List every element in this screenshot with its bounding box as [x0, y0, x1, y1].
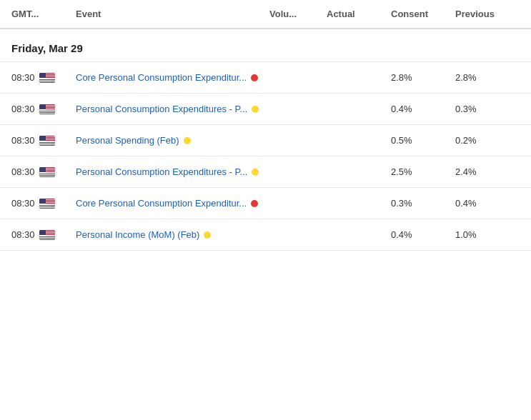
table-row: 08:30 Core Personal Consumption Expendit… [0, 188, 531, 219]
importance-dot-yellow [252, 106, 259, 113]
importance-dot-yellow [204, 231, 211, 239]
previous-cell: 1.0% [455, 229, 520, 240]
previous-cell: 0.3% [455, 104, 520, 114]
time-value: 08:30 [11, 198, 35, 209]
flag-us [39, 73, 55, 83]
event-name: Core Personal Consumption Expenditur... [76, 198, 247, 209]
time-value: 08:30 [11, 104, 35, 114]
header-actual: Actual [327, 9, 391, 19]
consent-cell: 0.5% [391, 135, 455, 146]
importance-dot-red [251, 74, 258, 81]
flag-us [39, 199, 55, 209]
importance-dot-red [251, 200, 258, 207]
header-event: Event [76, 9, 269, 19]
header-previous: Previous [455, 9, 520, 19]
consent-cell: 0.4% [391, 229, 455, 240]
previous-cell: 0.4% [455, 198, 520, 209]
time-cell: 08:30 [11, 229, 76, 240]
event-link[interactable]: Personal Spending (Feb) [76, 135, 269, 146]
previous-cell: 0.2% [455, 135, 520, 146]
event-name: Personal Spending (Feb) [76, 135, 179, 146]
event-name: Core Personal Consumption Expenditur... [76, 72, 247, 83]
event-link[interactable]: Personal Income (MoM) (Feb) [76, 229, 269, 240]
importance-dot-yellow [252, 169, 259, 176]
previous-cell: 2.8% [455, 72, 520, 83]
consent-cell: 0.3% [391, 198, 455, 209]
table-header: GMT... Event Volu... Actual Consent Prev… [0, 0, 531, 29]
time-cell: 08:30 [11, 72, 76, 83]
table-row: 08:30 Core Personal Consumption Expendit… [0, 62, 531, 94]
time-value: 08:30 [11, 72, 35, 83]
event-name: Personal Consumption Expenditures - P... [76, 104, 247, 114]
header-consent: Consent [391, 9, 455, 19]
event-link[interactable]: Core Personal Consumption Expenditur... [76, 198, 269, 209]
time-value: 08:30 [11, 166, 35, 177]
time-cell: 08:30 [11, 198, 76, 209]
event-name: Personal Consumption Expenditures - P... [76, 166, 247, 177]
event-link[interactable]: Personal Consumption Expenditures - P... [76, 166, 269, 177]
flag-us [39, 167, 55, 177]
event-link[interactable]: Personal Consumption Expenditures - P... [76, 104, 269, 114]
section-title: Friday, Mar 29 [0, 29, 531, 62]
event-link[interactable]: Core Personal Consumption Expenditur... [76, 72, 269, 83]
time-value: 08:30 [11, 135, 35, 146]
time-cell: 08:30 [11, 104, 76, 114]
time-cell: 08:30 [11, 135, 76, 146]
consent-cell: 0.4% [391, 104, 455, 114]
time-cell: 08:30 [11, 166, 76, 177]
table-row: 08:30 Personal Consumption Expenditures … [0, 156, 531, 188]
header-volume: Volu... [269, 9, 327, 19]
previous-cell: 2.4% [455, 166, 520, 177]
header-time: GMT... [11, 9, 76, 19]
flag-us [39, 136, 55, 146]
consent-cell: 2.8% [391, 72, 455, 83]
table-row: 08:30 Personal Spending (Feb) 0.5% 0.2% [0, 125, 531, 156]
economic-calendar: GMT... Event Volu... Actual Consent Prev… [0, 0, 531, 420]
flag-us [39, 104, 55, 114]
importance-dot-yellow [184, 137, 191, 144]
table-row: 08:30 Personal Consumption Expenditures … [0, 94, 531, 125]
consent-cell: 2.5% [391, 166, 455, 177]
flag-us [39, 230, 55, 240]
time-value: 08:30 [11, 229, 35, 240]
table-row: 08:30 Personal Income (MoM) (Feb) 0.4% 1… [0, 219, 531, 251]
event-name: Personal Income (MoM) (Feb) [76, 229, 199, 240]
